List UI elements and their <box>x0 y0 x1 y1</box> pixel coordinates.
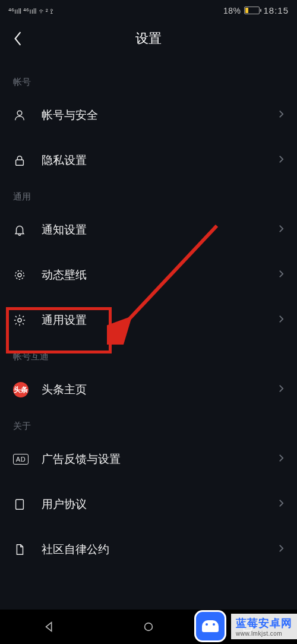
document-icon <box>13 498 32 511</box>
row-label: 通用设置 <box>42 312 279 328</box>
page-title: 设置 <box>0 30 297 48</box>
person-icon <box>13 109 32 122</box>
watermark: 蓝莓安卓网 www.lmkjst.com <box>194 610 297 642</box>
nav-home-button[interactable] <box>99 620 198 633</box>
status-signal-icons: ⁴⁶ııll ⁴⁶ııll ᯤ² ⟟ <box>8 5 57 15</box>
title-bar: 设置 <box>0 21 297 56</box>
chevron-right-icon <box>279 314 284 326</box>
chevron-right-icon <box>279 109 284 121</box>
chevron-right-icon <box>279 544 284 555</box>
row-label: 帐号与安全 <box>42 108 279 123</box>
row-label: 社区自律公约 <box>42 542 279 557</box>
row-live-wallpaper[interactable]: 动态壁纸 <box>0 252 297 298</box>
section-header-account: 帐号 <box>0 68 297 93</box>
ad-icon: AD <box>13 454 32 465</box>
chevron-right-icon <box>279 453 284 465</box>
row-account-security[interactable]: 帐号与安全 <box>0 93 297 138</box>
watermark-title: 蓝莓安卓网 <box>236 616 292 630</box>
section-header-about: 关于 <box>0 412 297 437</box>
section-header-general: 通用 <box>0 183 297 207</box>
svg-rect-1 <box>16 160 24 165</box>
row-privacy[interactable]: 隐私设置 <box>0 138 297 183</box>
svg-point-7 <box>145 623 153 631</box>
svg-point-3 <box>15 271 24 280</box>
nav-back-button[interactable] <box>0 620 99 633</box>
chevron-right-icon <box>279 154 284 166</box>
live-wallpaper-icon <box>13 269 32 282</box>
row-label: 用户协议 <box>42 497 279 512</box>
battery-icon <box>244 7 260 14</box>
row-ad-settings[interactable]: AD 广告反馈与设置 <box>0 437 297 482</box>
chevron-right-icon <box>279 498 284 510</box>
svg-point-2 <box>18 273 21 277</box>
row-label: 广告反馈与设置 <box>42 452 279 467</box>
svg-point-0 <box>17 111 22 115</box>
gear-icon <box>13 314 32 327</box>
battery-percent: 18% <box>223 6 241 15</box>
section-header-linking: 帐号互通 <box>0 343 297 367</box>
chevron-right-icon <box>279 269 284 281</box>
lock-icon <box>13 154 32 167</box>
watermark-logo-icon <box>194 610 226 642</box>
row-notifications[interactable]: 通知设置 <box>0 207 297 252</box>
chevron-right-icon <box>279 224 284 236</box>
watermark-url: www.lmkjst.com <box>236 630 292 637</box>
svg-point-4 <box>18 318 21 322</box>
row-label: 动态壁纸 <box>42 267 279 283</box>
clock: 18:15 <box>263 5 289 15</box>
toutiao-icon: 头条 <box>13 382 32 397</box>
bell-icon <box>13 223 32 236</box>
row-label: 头条主页 <box>42 382 279 397</box>
row-user-agreement[interactable]: 用户协议 <box>0 482 297 527</box>
chevron-right-icon <box>279 384 284 396</box>
row-general-settings[interactable]: 通用设置 <box>0 298 297 343</box>
row-toutiao-home[interactable]: 头条 头条主页 <box>0 367 297 412</box>
back-button[interactable] <box>0 21 36 56</box>
status-bar: ⁴⁶ııll ⁴⁶ııll ᯤ² ⟟ 18% 18:15 <box>0 0 297 21</box>
row-community-rules[interactable]: 社区自律公约 <box>0 527 297 572</box>
row-label: 通知设置 <box>42 222 279 238</box>
file-icon <box>13 543 32 556</box>
svg-rect-5 <box>16 500 24 510</box>
row-label: 隐私设置 <box>42 153 279 168</box>
